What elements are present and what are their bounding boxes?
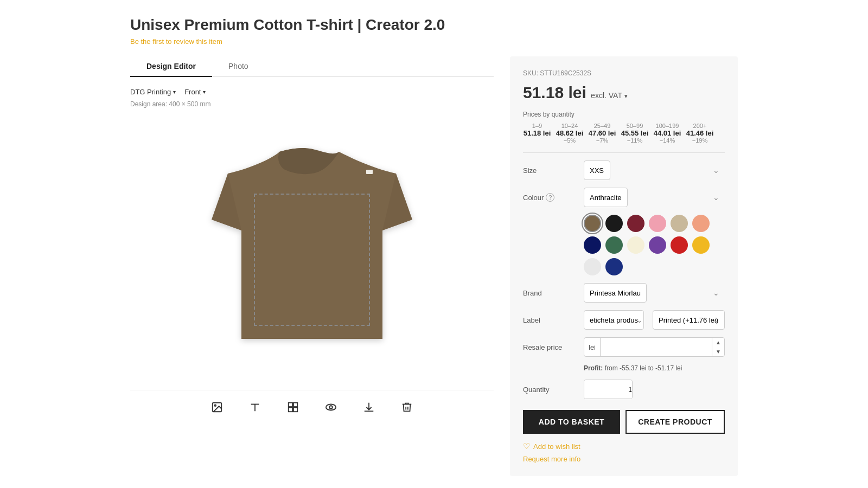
sku-label: SKU: bbox=[523, 69, 538, 77]
tshirt-svg bbox=[195, 122, 429, 371]
vat-dropdown-icon[interactable]: ▾ bbox=[624, 93, 628, 99]
colour-select[interactable]: AnthraciteBlackWhiteNavy bbox=[584, 188, 628, 207]
label-print-wrapper: Printed (+11.76 lei)Standard bbox=[653, 310, 725, 330]
colour-help-icon[interactable]: ? bbox=[546, 193, 554, 202]
color-swatch-c14[interactable] bbox=[605, 258, 623, 275]
svg-rect-6 bbox=[293, 403, 297, 407]
color-swatch-c8[interactable] bbox=[605, 236, 623, 254]
left-panel: Design Editor Photo DTG Printing ▾ Front… bbox=[130, 56, 494, 476]
svg-point-9 bbox=[326, 404, 336, 410]
price-main: 51.18 lei excl. VAT ▾ bbox=[523, 84, 725, 102]
page-title: Unisex Premium Cotton T-shirt | Creator … bbox=[130, 16, 738, 34]
right-panel: SKU: STTU169C2532S 51.18 lei excl. VAT ▾… bbox=[510, 56, 738, 476]
svg-point-10 bbox=[329, 406, 333, 409]
dtg-printing-btn[interactable]: DTG Printing ▾ bbox=[130, 88, 176, 96]
profit-range: from -55.37 lei to -51.17 lei bbox=[605, 364, 682, 372]
color-swatch-c9[interactable] bbox=[627, 236, 644, 254]
size-row: Size XXSXSSMLXLXXL3XL bbox=[523, 160, 725, 180]
brand-select-wrapper: Printesa Miorlau bbox=[584, 283, 725, 303]
label-row: Label eticheta produsno label Printed (+… bbox=[523, 310, 725, 330]
qty-tier-1: 10–24 48.62 lei −5% bbox=[556, 123, 584, 144]
prices-by-qty-title: Prices by quantity bbox=[523, 111, 725, 118]
size-select-wrapper: XXSXSSMLXLXXL3XL bbox=[584, 160, 725, 180]
color-swatch-c10[interactable] bbox=[649, 236, 666, 254]
label-type-wrapper: eticheta produsno label bbox=[584, 310, 648, 330]
add-to-basket-button[interactable]: ADD TO BASKET bbox=[523, 410, 620, 434]
color-swatch-c3[interactable] bbox=[627, 215, 644, 232]
editor-toolbar: DTG Printing ▾ Front ▾ bbox=[130, 88, 494, 96]
color-swatch-c12[interactable] bbox=[692, 236, 710, 254]
quantity-input-wrapper: ▲ ▼ bbox=[584, 380, 633, 399]
label-selects: eticheta produsno label Printed (+11.76 … bbox=[584, 310, 725, 330]
tshirt-canvas bbox=[130, 117, 494, 377]
review-link[interactable]: Be the first to review this item bbox=[130, 37, 222, 46]
profit-label: Profit: bbox=[584, 364, 603, 372]
image-tool-btn[interactable] bbox=[209, 399, 225, 418]
svg-rect-8 bbox=[293, 408, 297, 412]
color-swatch-c5[interactable] bbox=[671, 215, 688, 232]
qty-tier-3: 50–99 45.55 lei −11% bbox=[621, 123, 649, 144]
size-label: Size bbox=[523, 166, 577, 175]
svg-rect-0 bbox=[366, 170, 373, 174]
quantity-label: Quantity bbox=[523, 386, 577, 394]
color-swatch-c13[interactable] bbox=[584, 258, 601, 275]
tab-design-editor[interactable]: Design Editor bbox=[130, 56, 212, 77]
brand-label: Brand bbox=[523, 289, 577, 297]
resale-stepper: ▲ ▼ bbox=[712, 338, 724, 356]
svg-rect-7 bbox=[289, 408, 292, 412]
resale-label: Resale price bbox=[523, 343, 577, 351]
swatches-grid bbox=[584, 215, 725, 275]
resale-currency: lei bbox=[584, 338, 601, 356]
quantity-input[interactable] bbox=[584, 380, 633, 399]
color-swatches bbox=[584, 215, 725, 275]
prices-by-quantity: Prices by quantity 1–9 51.18 lei 10–24 4… bbox=[523, 111, 725, 144]
colour-row: Colour ? AnthraciteBlackWhiteNavy bbox=[523, 188, 725, 207]
text-tool-btn[interactable] bbox=[247, 399, 263, 418]
color-swatch-c1[interactable] bbox=[584, 215, 601, 232]
resale-input[interactable] bbox=[601, 338, 712, 356]
color-swatch-c7[interactable] bbox=[584, 236, 601, 254]
tab-photo[interactable]: Photo bbox=[212, 56, 265, 77]
qty-tier-0: 1–9 51.18 lei bbox=[523, 123, 551, 144]
resale-row: Resale price lei ▲ ▼ bbox=[523, 337, 725, 357]
preview-tool-btn[interactable] bbox=[323, 399, 339, 418]
svg-rect-5 bbox=[289, 403, 292, 407]
brand-select[interactable]: Printesa Miorlau bbox=[584, 283, 647, 303]
heart-icon: ♡ bbox=[523, 441, 530, 451]
brand-row: Brand Printesa Miorlau bbox=[523, 283, 725, 303]
resale-decrement-btn[interactable]: ▼ bbox=[712, 347, 724, 356]
qty-tier-2: 25–49 47.60 lei −7% bbox=[588, 123, 616, 144]
bottom-toolbar bbox=[130, 390, 494, 418]
layout-tool-btn[interactable] bbox=[285, 399, 301, 418]
color-swatch-c11[interactable] bbox=[671, 236, 688, 254]
color-swatch-c4[interactable] bbox=[649, 215, 666, 232]
label-type-select[interactable]: eticheta produsno label bbox=[584, 310, 644, 330]
qty-tier-5: 200+ 41.46 lei −19% bbox=[686, 123, 714, 144]
sku-info: SKU: STTU169C2532S bbox=[523, 69, 725, 77]
resale-input-wrapper: lei ▲ ▼ bbox=[584, 337, 725, 357]
divider-1 bbox=[523, 152, 725, 153]
tabs: Design Editor Photo bbox=[130, 56, 494, 77]
quantity-row: Quantity ▲ ▼ bbox=[523, 380, 725, 399]
design-area-info: Design area: 400 × 500 mm bbox=[130, 100, 494, 108]
qty-tier-4: 100–199 44.01 lei −14% bbox=[653, 123, 681, 144]
add-to-wish-link[interactable]: ♡ Add to wish list bbox=[523, 441, 725, 451]
color-swatch-c2[interactable] bbox=[605, 215, 623, 232]
download-tool-btn[interactable] bbox=[361, 399, 377, 418]
request-info-link[interactable]: Request more info bbox=[523, 455, 580, 463]
qty-table: 1–9 51.18 lei 10–24 48.62 lei −5% 25–49 … bbox=[523, 123, 725, 144]
color-swatch-c6[interactable] bbox=[692, 215, 710, 232]
front-arrow-icon: ▾ bbox=[203, 89, 206, 95]
delete-tool-btn[interactable] bbox=[399, 399, 415, 418]
label-label: Label bbox=[523, 316, 577, 324]
resale-increment-btn[interactable]: ▲ bbox=[712, 338, 724, 347]
price-vat: excl. VAT ▾ bbox=[591, 91, 627, 100]
view-front-btn[interactable]: Front ▾ bbox=[184, 88, 206, 96]
dtg-arrow-icon: ▾ bbox=[173, 89, 176, 95]
svg-point-2 bbox=[214, 404, 216, 406]
label-print-select[interactable]: Printed (+11.76 lei)Standard bbox=[653, 310, 725, 330]
size-select[interactable]: XXSXSSMLXLXXL3XL bbox=[584, 160, 610, 180]
colour-label: Colour ? bbox=[523, 193, 577, 202]
action-buttons: ADD TO BASKET CREATE PRODUCT bbox=[523, 410, 725, 434]
create-product-button[interactable]: CREATE PRODUCT bbox=[626, 410, 725, 434]
